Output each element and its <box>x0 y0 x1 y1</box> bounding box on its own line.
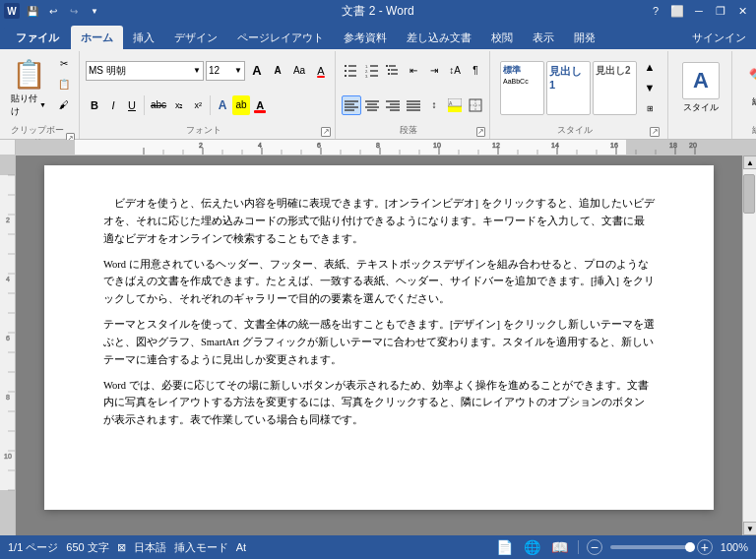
style-large-group: A スタイル <box>670 51 732 139</box>
paste-button[interactable]: 📋 貼り付け ▼ <box>8 53 49 122</box>
tab-insert[interactable]: 挿入 <box>123 26 164 49</box>
multilevel-list-button[interactable] <box>383 61 403 81</box>
highlight-button[interactable]: ab <box>232 95 250 115</box>
cut-button[interactable]: ✂ <box>53 53 75 73</box>
svg-text:4: 4 <box>258 142 262 149</box>
qat-customize-button[interactable]: ▼ <box>86 2 103 20</box>
text-effects-button[interactable]: A <box>214 95 231 115</box>
restore-button[interactable]: ❐ <box>711 2 730 20</box>
scroll-down-button[interactable]: ▼ <box>743 522 756 535</box>
document-content[interactable]: ビデオを使うと、伝えたい内容を明確に表現できます。[オンラインビデオ] をクリッ… <box>103 195 655 429</box>
editing-button[interactable]: ✏️ 編集 <box>738 53 756 122</box>
minimize-button[interactable]: ─ <box>689 2 709 20</box>
styles-scroll-up-button[interactable]: ▲ <box>640 57 660 77</box>
input-mode[interactable]: 挿入モード <box>174 540 228 555</box>
ruler-corner[interactable] <box>0 140 16 155</box>
paragraph-row-2: ↕ A <box>342 88 485 122</box>
tab-design[interactable]: デザイン <box>164 26 227 49</box>
font-size-dropdown[interactable]: 12 ▼ <box>206 61 245 81</box>
tab-home[interactable]: ホーム <box>71 26 123 49</box>
shrink-font-button[interactable]: A <box>268 61 287 81</box>
svg-text:18: 18 <box>669 142 677 149</box>
help-button[interactable]: ? <box>646 2 665 20</box>
tab-review[interactable]: 校閲 <box>481 26 523 49</box>
grow-font-button[interactable]: A <box>247 61 267 81</box>
scroll-up-button[interactable]: ▲ <box>743 155 756 169</box>
underline-button[interactable]: U <box>123 95 141 115</box>
tab-view[interactable]: 表示 <box>523 26 564 49</box>
style-label: スタイル <box>683 101 719 114</box>
language-indicator[interactable]: 日本語 <box>134 540 166 555</box>
web-layout-view-button[interactable]: 🌐 <box>523 538 542 556</box>
font-expand-button[interactable]: ↗ <box>321 127 331 137</box>
tab-file[interactable]: ファイル <box>4 26 71 49</box>
svg-text:2: 2 <box>199 142 203 149</box>
bold-button[interactable]: B <box>86 95 103 115</box>
style-button[interactable]: A スタイル <box>674 53 727 122</box>
superscript-button[interactable]: x² <box>189 95 207 115</box>
styles-group: 標準 AaBbCc 見出し1 見出し2 ▲ ▼ ⊞ スタイル ↗ <box>492 51 668 139</box>
redo-button[interactable]: ↪ <box>65 2 83 20</box>
read-view-button[interactable]: 📖 <box>550 538 570 556</box>
svg-rect-0 <box>345 65 346 67</box>
show-marks-button[interactable]: ¶ <box>466 61 485 81</box>
vertical-scrollbar[interactable]: ▲ ▼ <box>742 155 756 535</box>
svg-text:3.: 3. <box>365 74 368 78</box>
svg-text:A: A <box>449 100 453 106</box>
document-scroll-area[interactable]: ビデオを使うと、伝えたい内容を明確に表現できます。[オンラインビデオ] をクリッ… <box>16 155 742 535</box>
undo-button[interactable]: ↩ <box>44 2 62 20</box>
tab-mailings[interactable]: 差し込み文書 <box>397 26 481 49</box>
zoom-slider[interactable] <box>610 545 689 549</box>
change-case-button[interactable]: Aa <box>289 61 309 81</box>
styles-expand-button[interactable]: ⊞ <box>640 98 660 118</box>
svg-rect-81 <box>0 490 16 535</box>
at-label: At <box>236 541 246 553</box>
word-app-icon: W <box>4 3 20 19</box>
document-page[interactable]: ビデオを使うと、伝えたい内容を明確に表現できます。[オンラインビデオ] をクリッ… <box>44 165 714 510</box>
bullets-button[interactable] <box>342 61 361 81</box>
svg-text:10: 10 <box>433 142 441 149</box>
sort-button[interactable]: ↕A <box>445 61 465 81</box>
paragraph-4: Word では、必要に応じてその場に新しいボタンが表示されるため、効率よく操作を… <box>103 377 655 430</box>
scrollbar-thumb[interactable] <box>743 174 755 214</box>
svg-text:4: 4 <box>6 276 10 282</box>
copy-button[interactable]: 📋 <box>53 74 75 93</box>
tab-references[interactable]: 参考資料 <box>334 26 397 49</box>
language-check-icon[interactable]: ⊠ <box>117 541 126 554</box>
signin-button[interactable]: サインイン <box>682 26 756 49</box>
decrease-indent-button[interactable]: ⇤ <box>404 61 423 81</box>
styles-scroll-down-button[interactable]: ▼ <box>640 78 660 97</box>
strikethrough-button[interactable]: abc <box>148 95 169 115</box>
zoom-in-button[interactable]: + <box>697 539 713 555</box>
scrollbar-track[interactable] <box>743 169 756 522</box>
justify-button[interactable] <box>404 95 423 115</box>
line-spacing-button[interactable]: ↕ <box>424 95 444 115</box>
print-layout-view-button[interactable]: 📄 <box>495 538 515 556</box>
align-center-button[interactable] <box>362 95 382 115</box>
align-left-button[interactable] <box>342 95 361 115</box>
ribbon-display-button[interactable]: ⬜ <box>667 2 687 20</box>
subscript-button[interactable]: x₂ <box>170 95 188 115</box>
status-bar: 1/1 ページ 650 文字 ⊠ 日本語 挿入モード At 📄 🌐 📖 − + … <box>0 535 756 559</box>
numbering-button[interactable]: 1.2.3. <box>362 61 382 81</box>
paragraph-expand-button[interactable]: ↗ <box>476 127 485 137</box>
italic-button[interactable]: I <box>104 95 122 115</box>
close-button[interactable]: ✕ <box>732 2 752 20</box>
separator-2 <box>210 95 211 115</box>
format-painter-button[interactable]: 🖌 <box>53 94 75 114</box>
font-name-dropdown[interactable]: MS 明朝 ▼ <box>86 61 204 81</box>
save-button[interactable]: 💾 <box>24 2 41 20</box>
borders-button[interactable] <box>466 95 485 115</box>
font-color-button[interactable]: A <box>251 95 269 115</box>
zoom-out-button[interactable]: − <box>587 539 602 555</box>
shading-button[interactable]: A <box>445 95 465 115</box>
align-right-button[interactable] <box>383 95 403 115</box>
zoom-level[interactable]: 100% <box>721 541 748 553</box>
tab-layout[interactable]: ページレイアウト <box>227 26 334 49</box>
increase-indent-button[interactable]: ⇥ <box>424 61 444 81</box>
clear-formatting-button[interactable]: A <box>311 61 331 81</box>
zoom-slider-thumb[interactable] <box>685 542 695 552</box>
styles-expand-launcher[interactable]: ↗ <box>650 127 660 137</box>
tab-developer[interactable]: 開発 <box>564 26 605 49</box>
status-bar-left: 1/1 ページ 650 文字 ⊠ 日本語 挿入モード At <box>8 540 246 555</box>
